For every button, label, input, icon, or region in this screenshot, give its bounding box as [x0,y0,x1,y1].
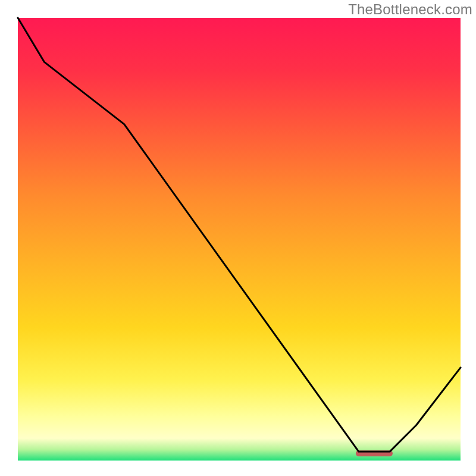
plot-background [18,18,461,461]
watermark-text: TheBottleneck.com [348,1,472,18]
bottleneck-chart [0,0,476,476]
chart-container: { "watermark": "TheBottleneck.com", "cha… [0,0,476,476]
